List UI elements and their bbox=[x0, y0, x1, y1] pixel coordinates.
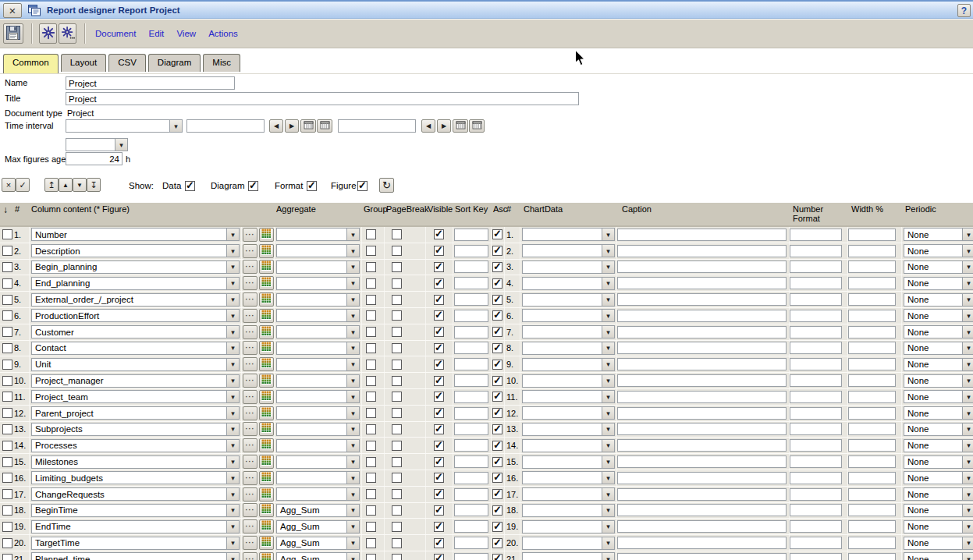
ellipsis-button[interactable] bbox=[243, 341, 257, 355]
pagebreak-checkbox[interactable] bbox=[392, 343, 402, 353]
asc-checkbox[interactable] bbox=[492, 310, 502, 321]
ellipsis-button[interactable] bbox=[243, 406, 257, 420]
periodic-select[interactable]: None bbox=[904, 439, 973, 452]
asc-checkbox[interactable] bbox=[492, 229, 502, 239]
row-select-checkbox[interactable] bbox=[2, 360, 12, 370]
column-content-select[interactable]: TargetTime bbox=[31, 537, 240, 550]
ellipsis-button[interactable] bbox=[243, 244, 257, 258]
width-pct-input[interactable] bbox=[848, 229, 896, 241]
figure-palette-button[interactable] bbox=[259, 341, 274, 355]
visible-checkbox[interactable] bbox=[434, 229, 444, 239]
group-checkbox[interactable] bbox=[366, 295, 376, 305]
ellipsis-button[interactable] bbox=[243, 228, 257, 242]
column-content-select[interactable]: Project_manager bbox=[31, 374, 240, 388]
figure-palette-button[interactable] bbox=[259, 471, 274, 485]
chart-data-select[interactable] bbox=[522, 261, 615, 274]
visible-checkbox[interactable] bbox=[434, 538, 444, 548]
width-pct-input[interactable] bbox=[848, 342, 896, 354]
periodic-select[interactable]: None bbox=[904, 325, 973, 338]
figure-palette-button[interactable] bbox=[259, 455, 274, 469]
sort-key-input[interactable] bbox=[454, 472, 488, 484]
width-pct-input[interactable] bbox=[848, 326, 896, 338]
row-select-checkbox[interactable] bbox=[2, 229, 12, 239]
group-checkbox[interactable] bbox=[366, 457, 376, 467]
aggregate-select[interactable] bbox=[276, 455, 360, 469]
pagebreak-checkbox[interactable] bbox=[392, 457, 402, 467]
name-input[interactable] bbox=[66, 76, 235, 90]
aggregate-select[interactable]: Agg_Sum bbox=[276, 537, 360, 550]
group-checkbox[interactable] bbox=[366, 278, 376, 289]
column-content-select[interactable]: Customer bbox=[31, 325, 240, 338]
chart-data-select[interactable] bbox=[522, 552, 615, 560]
aggregate-select[interactable] bbox=[276, 261, 360, 274]
caption-input[interactable] bbox=[617, 310, 787, 322]
caption-input[interactable] bbox=[617, 472, 787, 484]
visible-checkbox[interactable] bbox=[434, 554, 444, 560]
number-format-input[interactable] bbox=[790, 423, 842, 435]
figure-palette-button[interactable] bbox=[259, 309, 274, 323]
asc-checkbox[interactable] bbox=[492, 262, 502, 272]
chart-data-select[interactable] bbox=[522, 358, 615, 371]
number-format-input[interactable] bbox=[790, 326, 842, 338]
sort-key-input[interactable] bbox=[454, 391, 488, 403]
periodic-select[interactable]: None bbox=[904, 504, 973, 517]
sort-key-input[interactable] bbox=[454, 358, 488, 370]
width-pct-input[interactable] bbox=[848, 472, 896, 484]
number-format-input[interactable] bbox=[790, 374, 842, 387]
show-figure-checkbox[interactable] bbox=[357, 181, 368, 191]
time-to-prev-button[interactable]: ◀ bbox=[421, 119, 435, 133]
row-select-checkbox[interactable] bbox=[2, 505, 12, 516]
chart-data-select[interactable] bbox=[522, 455, 615, 469]
figure-palette-button[interactable] bbox=[259, 374, 274, 388]
asc-checkbox[interactable] bbox=[492, 278, 502, 289]
sort-key-input[interactable] bbox=[454, 439, 488, 452]
visible-checkbox[interactable] bbox=[434, 424, 444, 434]
row-select-checkbox[interactable] bbox=[2, 246, 12, 256]
row-select-checkbox[interactable] bbox=[2, 376, 12, 386]
number-format-input[interactable] bbox=[790, 342, 842, 354]
caption-input[interactable] bbox=[617, 455, 787, 468]
sort-key-input[interactable] bbox=[454, 488, 488, 501]
title-input[interactable] bbox=[66, 92, 579, 105]
figure-palette-button[interactable] bbox=[259, 438, 274, 452]
group-checkbox[interactable] bbox=[366, 473, 376, 483]
periodic-select[interactable]: None bbox=[904, 471, 973, 484]
number-format-input[interactable] bbox=[790, 407, 842, 420]
visible-checkbox[interactable] bbox=[434, 246, 444, 256]
pagebreak-checkbox[interactable] bbox=[392, 408, 402, 418]
visible-checkbox[interactable] bbox=[434, 376, 444, 386]
select-all-button[interactable]: ✓ bbox=[16, 178, 30, 192]
periodic-select[interactable]: None bbox=[904, 390, 973, 403]
group-checkbox[interactable] bbox=[366, 246, 376, 256]
group-checkbox[interactable] bbox=[366, 522, 376, 532]
group-checkbox[interactable] bbox=[366, 229, 376, 239]
move-up-button[interactable]: ▲ bbox=[59, 178, 73, 192]
pagebreak-checkbox[interactable] bbox=[392, 424, 402, 434]
asc-checkbox[interactable] bbox=[492, 554, 502, 560]
tab-layout[interactable]: Layout bbox=[61, 54, 107, 72]
periodic-select[interactable]: None bbox=[904, 455, 973, 469]
row-select-checkbox[interactable] bbox=[2, 262, 12, 272]
caption-input[interactable] bbox=[617, 293, 787, 306]
column-content-select[interactable]: Limiting_budgets bbox=[31, 471, 240, 484]
caption-input[interactable] bbox=[617, 407, 787, 420]
aggregate-select[interactable] bbox=[276, 471, 360, 484]
sort-key-input[interactable] bbox=[454, 342, 488, 354]
asc-checkbox[interactable] bbox=[492, 489, 502, 499]
width-pct-input[interactable] bbox=[848, 358, 896, 370]
aggregate-select[interactable] bbox=[276, 309, 360, 322]
group-checkbox[interactable] bbox=[366, 489, 376, 499]
pagebreak-checkbox[interactable] bbox=[392, 538, 402, 548]
ellipsis-button[interactable] bbox=[243, 309, 257, 323]
show-diagram-checkbox[interactable] bbox=[248, 181, 258, 191]
group-checkbox[interactable] bbox=[366, 424, 376, 434]
column-content-select[interactable]: BeginTime bbox=[31, 504, 240, 517]
group-checkbox[interactable] bbox=[366, 360, 376, 370]
tab-diagram[interactable]: Diagram bbox=[148, 54, 201, 72]
group-checkbox[interactable] bbox=[366, 376, 376, 386]
ellipsis-button[interactable] bbox=[243, 455, 257, 469]
width-pct-input[interactable] bbox=[848, 455, 896, 468]
figure-palette-button[interactable] bbox=[259, 487, 274, 502]
column-content-select[interactable]: ChangeRequests bbox=[31, 487, 240, 501]
aggregate-select[interactable] bbox=[276, 358, 360, 371]
